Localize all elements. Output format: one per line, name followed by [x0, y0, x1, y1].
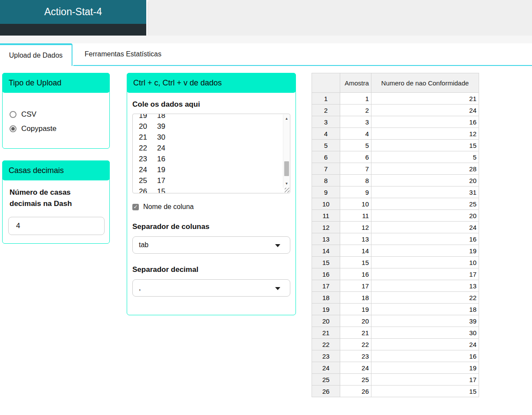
table-cell[interactable]: 9: [340, 186, 371, 198]
row-index-cell[interactable]: 7: [312, 163, 340, 175]
row-index-cell[interactable]: 19: [312, 304, 340, 315]
table-cell[interactable]: 17: [340, 280, 371, 292]
table-cell[interactable]: 17: [371, 374, 479, 386]
row-index-cell[interactable]: 16: [312, 268, 340, 280]
table-cell[interactable]: 8: [340, 175, 371, 186]
radio-option-csv[interactable]: CSV: [10, 110, 109, 119]
resize-grip-icon[interactable]: [285, 188, 289, 193]
table-row: 101025: [312, 198, 479, 210]
textarea-scrollbar[interactable]: ▲ ▼: [283, 114, 289, 188]
table-cell[interactable]: 4: [340, 128, 371, 140]
table-cell[interactable]: 20: [340, 315, 371, 327]
table-cell[interactable]: 18: [371, 304, 479, 315]
row-index-cell[interactable]: 24: [312, 362, 340, 374]
table-cell[interactable]: 1: [340, 93, 371, 105]
table-cell[interactable]: 5: [371, 151, 479, 163]
table-cell[interactable]: 19: [371, 245, 479, 257]
table-cell[interactable]: 17: [371, 268, 479, 280]
radio-option-copypaste[interactable]: Copypaste: [10, 124, 109, 133]
table-cell[interactable]: 16: [340, 268, 371, 280]
table-cell[interactable]: 20: [371, 210, 479, 222]
row-index-cell[interactable]: 9: [312, 186, 340, 198]
row-index-cell[interactable]: 5: [312, 140, 340, 151]
row-index-cell[interactable]: 11: [312, 210, 340, 222]
table-cell[interactable]: 24: [371, 339, 479, 350]
table-cell[interactable]: 23: [340, 350, 371, 362]
table-cell[interactable]: 6: [340, 151, 371, 163]
table-cell[interactable]: 26: [340, 386, 371, 397]
table-cell[interactable]: 22: [371, 292, 479, 304]
tab-upload-de-dados[interactable]: Upload de Dados: [0, 43, 72, 66]
column-name-checkbox-row[interactable]: ✓ Nome de coluna: [132, 203, 296, 211]
table-cell[interactable]: 30: [371, 327, 479, 339]
row-index-cell[interactable]: 21: [312, 327, 340, 339]
table-cell[interactable]: 39: [371, 315, 479, 327]
table-cell[interactable]: 25: [371, 198, 479, 210]
table-cell[interactable]: 19: [371, 362, 479, 374]
row-index-cell[interactable]: 14: [312, 245, 340, 257]
tab-ferramentas-estatisticas[interactable]: Ferramentas Estatísticas: [73, 43, 179, 65]
decimals-input[interactable]: [8, 217, 105, 235]
table-cell[interactable]: 15: [371, 140, 479, 151]
table-cell[interactable]: 10: [371, 257, 479, 268]
row-index-cell[interactable]: 13: [312, 233, 340, 245]
row-index-cell[interactable]: 3: [312, 116, 340, 128]
table-cell[interactable]: 10: [340, 198, 371, 210]
row-index-cell[interactable]: 22: [312, 339, 340, 350]
decimal-separator-dropdown[interactable]: ,: [132, 279, 290, 297]
table-cell[interactable]: 15: [340, 257, 371, 268]
row-index-cell[interactable]: 1: [312, 93, 340, 105]
table-cell[interactable]: 20: [371, 175, 479, 186]
checkbox-checked-icon[interactable]: ✓: [132, 204, 139, 210]
row-index-cell[interactable]: 23: [312, 350, 340, 362]
table-cell[interactable]: 2: [340, 105, 371, 116]
scroll-down-icon[interactable]: ▼: [283, 180, 290, 187]
table-cell[interactable]: 24: [371, 105, 479, 116]
table-cell[interactable]: 15: [371, 386, 479, 397]
table-cell[interactable]: 16: [371, 350, 479, 362]
row-index-cell[interactable]: 20: [312, 315, 340, 327]
table-cell[interactable]: 25: [340, 374, 371, 386]
table-cell[interactable]: 21: [371, 93, 479, 105]
table-cell[interactable]: 16: [371, 116, 479, 128]
app-title: Action-Stat-4: [44, 6, 102, 18]
table-cell[interactable]: 24: [340, 362, 371, 374]
table-cell[interactable]: 5: [340, 140, 371, 151]
textarea-line: 2039: [139, 121, 290, 132]
row-index-cell[interactable]: 4: [312, 128, 340, 140]
row-index-cell[interactable]: 8: [312, 175, 340, 186]
scrollbar-thumb[interactable]: [284, 161, 289, 176]
radio-icon[interactable]: [10, 111, 16, 118]
table-cell[interactable]: 19: [340, 304, 371, 315]
scroll-up-icon[interactable]: ▲: [283, 115, 290, 122]
paste-textarea[interactable]: 19182039213022242316241925172615 ▲ ▼: [132, 114, 290, 193]
table-cell[interactable]: 16: [371, 233, 479, 245]
table-cell[interactable]: 11: [340, 210, 371, 222]
radio-selected-icon[interactable]: [10, 125, 16, 132]
row-index-cell[interactable]: 6: [312, 151, 340, 163]
table-cell[interactable]: 13: [340, 233, 371, 245]
table-cell[interactable]: 22: [340, 339, 371, 350]
column-separator-dropdown[interactable]: tab: [132, 236, 290, 254]
column-separator-label: Separador de colunas: [132, 222, 296, 231]
row-index-cell[interactable]: 2: [312, 105, 340, 116]
table-cell[interactable]: 21: [340, 327, 371, 339]
table-cell[interactable]: 13: [371, 280, 479, 292]
table-cell[interactable]: 28: [371, 163, 479, 175]
row-index-cell[interactable]: 26: [312, 386, 340, 397]
table-cell[interactable]: 31: [371, 186, 479, 198]
table-cell[interactable]: 12: [371, 128, 479, 140]
table-cell[interactable]: 14: [340, 245, 371, 257]
row-index-cell[interactable]: 17: [312, 280, 340, 292]
table-row: 161617: [312, 268, 479, 280]
row-index-cell[interactable]: 18: [312, 292, 340, 304]
row-index-cell[interactable]: 10: [312, 198, 340, 210]
table-cell[interactable]: 3: [340, 116, 371, 128]
table-cell[interactable]: 7: [340, 163, 371, 175]
table-cell[interactable]: 18: [340, 292, 371, 304]
row-index-cell[interactable]: 15: [312, 257, 340, 268]
table-cell[interactable]: 24: [371, 222, 479, 233]
table-cell[interactable]: 12: [340, 222, 371, 233]
row-index-cell[interactable]: 12: [312, 222, 340, 233]
row-index-cell[interactable]: 25: [312, 374, 340, 386]
